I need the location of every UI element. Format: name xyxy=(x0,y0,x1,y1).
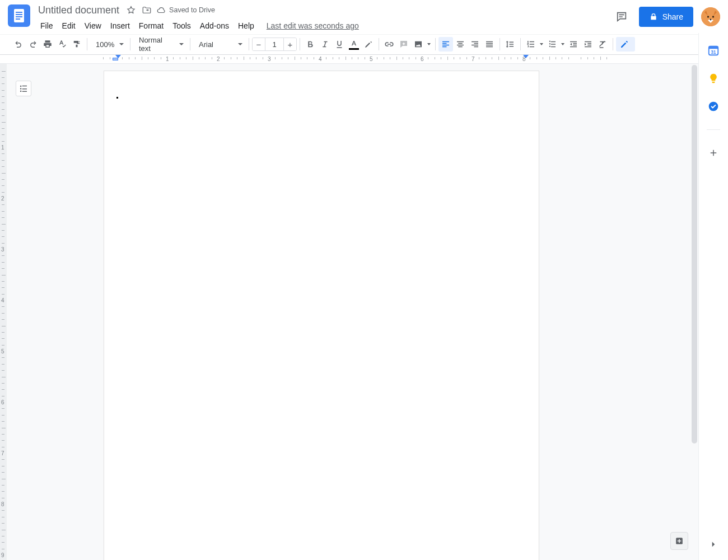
indent-decrease-button[interactable] xyxy=(566,37,581,52)
bulleted-list-caret[interactable] xyxy=(559,37,566,52)
numbered-list-caret[interactable] xyxy=(538,37,545,52)
menu-view[interactable]: View xyxy=(80,20,106,32)
tasks-icon xyxy=(708,101,719,112)
font-dropdown[interactable]: Arial xyxy=(193,37,246,52)
sidepanel-keep[interactable] xyxy=(707,72,720,85)
undo-button[interactable] xyxy=(11,37,26,52)
title-column: Untitled document Saved to Drive File Ed… xyxy=(36,3,612,34)
insert-image-button[interactable] xyxy=(411,37,426,52)
toolbar-separator xyxy=(379,38,379,50)
horizontal-ruler[interactable]: 12345678 xyxy=(0,55,728,64)
docs-logo[interactable] xyxy=(8,4,30,27)
indent-increase-button[interactable] xyxy=(581,37,595,52)
menu-file[interactable]: File xyxy=(36,20,58,32)
menu-tools[interactable]: Tools xyxy=(168,20,195,32)
indent-increase-icon xyxy=(583,39,593,49)
align-justify-icon xyxy=(484,39,494,49)
editing-mode-button[interactable] xyxy=(616,37,635,52)
spellcheck-button[interactable] xyxy=(55,37,69,52)
paragraph-style-dropdown[interactable]: Normal text xyxy=(133,37,187,52)
svg-point-9 xyxy=(710,19,712,21)
align-center-button[interactable] xyxy=(453,37,468,52)
document-page[interactable] xyxy=(104,71,539,560)
star-button[interactable] xyxy=(125,4,137,16)
zoom-dropdown[interactable]: 100% xyxy=(90,37,127,52)
sidepanel-tasks[interactable] xyxy=(707,100,720,113)
right-indent-marker[interactable] xyxy=(523,55,529,58)
bullet-list-combo xyxy=(545,37,566,52)
numbered-list-button[interactable] xyxy=(524,37,538,52)
align-justify-button[interactable] xyxy=(482,37,497,52)
account-avatar[interactable] xyxy=(701,7,720,26)
font-size-decrease[interactable]: − xyxy=(253,38,265,51)
chevron-down-icon xyxy=(179,43,184,45)
spellcheck-icon xyxy=(57,39,67,49)
chevron-down-icon xyxy=(561,43,564,45)
font-size-input[interactable] xyxy=(265,38,284,51)
redo-icon xyxy=(28,39,38,49)
paint-format-button[interactable] xyxy=(69,37,84,52)
text-color-button[interactable] xyxy=(347,37,361,52)
open-comments-button[interactable] xyxy=(612,7,631,26)
bold-button[interactable] xyxy=(303,37,318,52)
bulleted-list-button[interactable] xyxy=(545,37,559,52)
print-button[interactable] xyxy=(40,37,55,52)
italic-button[interactable] xyxy=(318,37,332,52)
sidepanel-calendar[interactable]: 31 xyxy=(707,44,720,57)
svg-rect-2 xyxy=(16,12,22,13)
scroll-thumb[interactable] xyxy=(692,65,697,444)
menu-edit[interactable]: Edit xyxy=(58,20,80,32)
align-left-icon xyxy=(441,39,451,49)
chevron-down-icon xyxy=(427,43,431,45)
line-spacing-button[interactable] xyxy=(503,37,517,52)
explore-button[interactable] xyxy=(670,532,688,550)
sidepanel-divider xyxy=(707,129,720,130)
page-content[interactable] xyxy=(116,97,498,99)
move-button[interactable] xyxy=(141,4,153,16)
svg-point-8 xyxy=(712,16,714,17)
sidepanel-add[interactable] xyxy=(707,147,720,159)
plus-icon xyxy=(708,148,718,158)
align-right-button[interactable] xyxy=(468,37,482,52)
underline-icon xyxy=(334,39,344,49)
insert-link-button[interactable] xyxy=(382,37,396,52)
insert-image-caret[interactable] xyxy=(426,37,432,52)
save-status-text: Saved to Drive xyxy=(169,6,215,14)
save-status[interactable]: Saved to Drive xyxy=(156,5,215,15)
toolbar-separator xyxy=(249,38,249,50)
svg-text:31: 31 xyxy=(711,50,716,55)
document-title-input[interactable]: Untitled document xyxy=(36,4,122,17)
align-left-button[interactable] xyxy=(438,37,453,52)
line-spacing-icon xyxy=(505,39,515,49)
sidepanel-collapse[interactable] xyxy=(706,536,721,552)
toolbar: 100% Normal text Arial − + xyxy=(0,34,728,55)
menu-format[interactable]: Format xyxy=(134,20,168,32)
star-icon xyxy=(126,5,136,15)
svg-rect-12 xyxy=(709,46,718,49)
chevron-down-icon xyxy=(238,43,242,45)
font-size-increase[interactable]: + xyxy=(284,38,296,51)
svg-rect-4 xyxy=(16,16,22,17)
share-button[interactable]: Share xyxy=(639,7,693,27)
toolbar-separator xyxy=(300,38,300,50)
vertical-scrollbar[interactable] xyxy=(690,64,698,560)
redo-button[interactable] xyxy=(26,37,40,52)
vertical-ruler[interactable]: 123456789 xyxy=(0,64,7,560)
style-value: Normal text xyxy=(139,36,176,53)
underline-button[interactable] xyxy=(332,37,347,52)
clear-formatting-button[interactable] xyxy=(595,37,610,52)
menu-addons[interactable]: Add-ons xyxy=(195,20,234,32)
clear-format-icon xyxy=(598,39,608,49)
insert-comment-button[interactable] xyxy=(396,37,411,52)
highlight-button[interactable] xyxy=(361,37,376,52)
share-label: Share xyxy=(662,12,683,21)
document-outline-button[interactable] xyxy=(16,81,31,96)
toolbar-separator xyxy=(613,38,613,50)
svg-point-7 xyxy=(707,16,709,17)
menu-help[interactable]: Help xyxy=(234,20,259,32)
chevron-right-icon xyxy=(708,539,718,549)
left-indent-marker[interactable] xyxy=(115,55,121,60)
menu-insert[interactable]: Insert xyxy=(106,20,134,32)
align-center-icon xyxy=(455,39,465,49)
last-edit-link[interactable]: Last edit was seconds ago xyxy=(267,21,359,30)
